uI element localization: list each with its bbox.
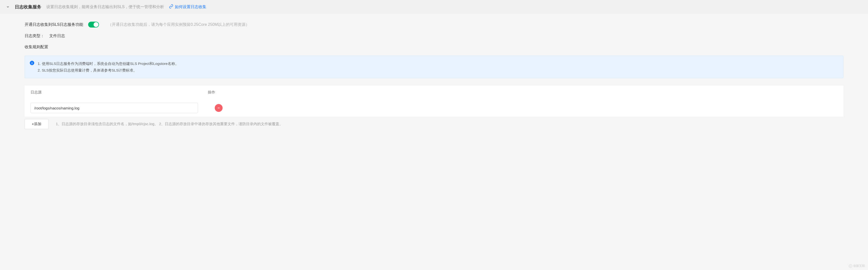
add-button[interactable]: +添加 <box>25 119 49 129</box>
remove-button[interactable] <box>215 104 223 112</box>
section-title: 日志收集服务 <box>15 4 41 10</box>
log-type-value: 文件日志 <box>49 33 65 39</box>
content-area: 开通日志收集到SLS日志服务功能 （开通日志收集功能后，请为每个应用实例预留0.… <box>0 14 868 139</box>
footer-hint: 1、日志源的存放目录须包含日志的文件名，如/tmp0/cjsc.log。 2、日… <box>56 122 283 126</box>
toggle-knob <box>94 22 98 27</box>
log-type-row: 日志类型： 文件日志 <box>25 33 843 39</box>
col-header-source: 日志源 <box>31 90 208 95</box>
minus-icon <box>217 106 220 110</box>
log-source-table: 日志源 操作 <box>25 86 843 116</box>
info-line-1: 1. 使用SLS日志服务作为消费端时，系统会自动为您创建SLS Project和… <box>38 60 179 67</box>
help-link-text: 如何设置日志收集 <box>175 4 206 9</box>
log-type-label: 日志类型： <box>25 33 44 39</box>
info-icon: i <box>30 61 34 65</box>
enable-row: 开通日志收集到SLS日志服务功能 （开通日志收集功能后，请为每个应用实例预留0.… <box>25 22 843 28</box>
table-header: 日志源 操作 <box>25 86 843 99</box>
log-source-input[interactable] <box>31 103 198 113</box>
chevron-down-icon <box>6 5 10 9</box>
footer-row: +添加 1、日志源的存放目录须包含日志的文件名，如/tmp0/cjsc.log。… <box>25 116 843 132</box>
info-content: 1. 使用SLS日志服务作为消费端时，系统会自动为您创建SLS Project和… <box>38 60 179 73</box>
rule-config-label: 收集规则配置 <box>25 44 48 50</box>
col-header-action: 操作 <box>208 90 215 95</box>
enable-toggle[interactable] <box>88 22 99 28</box>
help-link[interactable]: 如何设置日志收集 <box>169 4 206 9</box>
link-icon <box>169 4 173 9</box>
section-header: 日志收集服务 设置日志收集规则，能将业务日志输出到SLS，便于统一管理和分析 如… <box>0 0 868 14</box>
enable-hint: （开通日志收集功能后，请为每个应用实例预留0.25Core 250M以上的可用资… <box>108 22 249 27</box>
info-line-2: 2. SLS按您实际日志使用量计费，具体请参考SLS计费标准。 <box>38 67 179 73</box>
collapse-toggle[interactable] <box>6 5 10 9</box>
table-row <box>25 99 843 116</box>
rule-config-row: 收集规则配置 <box>25 44 843 50</box>
enable-label: 开通日志收集到SLS日志服务功能 <box>25 22 83 27</box>
info-box: i 1. 使用SLS日志服务作为消费端时，系统会自动为您创建SLS Projec… <box>25 56 843 78</box>
section-description: 设置日志收集规则，能将业务日志输出到SLS，便于统一管理和分析 <box>46 4 164 9</box>
